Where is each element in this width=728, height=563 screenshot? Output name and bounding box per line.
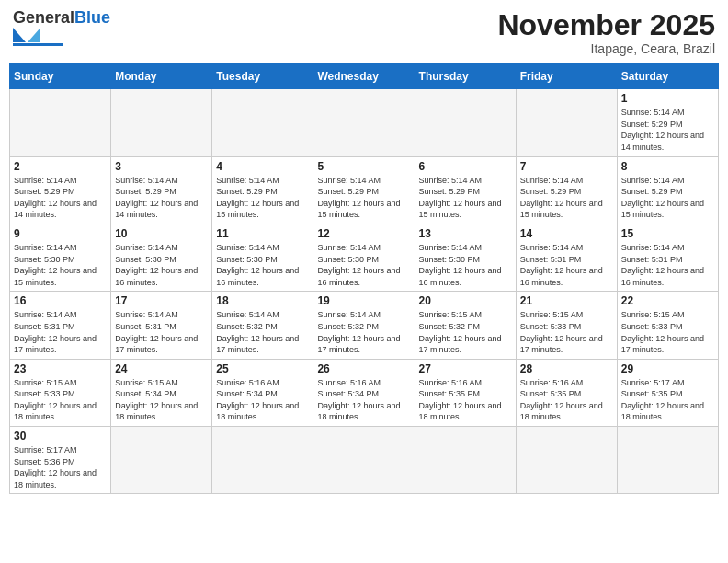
day-info: Sunrise: 5:14 AMSunset: 5:29 PMDaylight:…	[621, 175, 714, 221]
day-info: Sunrise: 5:15 AMSunset: 5:33 PMDaylight:…	[621, 309, 714, 355]
day-cell: 4Sunrise: 5:14 AMSunset: 5:29 PMDaylight…	[212, 156, 313, 224]
day-number: 18	[216, 294, 309, 307]
week-row-5: 23Sunrise: 5:15 AMSunset: 5:33 PMDayligh…	[10, 359, 719, 426]
day-cell	[415, 427, 516, 494]
day-info: Sunrise: 5:14 AMSunset: 5:30 PMDaylight:…	[216, 242, 309, 288]
day-number: 14	[520, 227, 613, 240]
calendar-body: 1Sunrise: 5:14 AMSunset: 5:29 PMDaylight…	[10, 89, 719, 494]
day-info: Sunrise: 5:15 AMSunset: 5:34 PMDaylight:…	[115, 377, 208, 423]
day-cell: 28Sunrise: 5:16 AMSunset: 5:35 PMDayligh…	[516, 359, 617, 426]
day-cell	[10, 89, 111, 156]
day-cell: 10Sunrise: 5:14 AMSunset: 5:30 PMDayligh…	[111, 224, 212, 291]
day-info: Sunrise: 5:14 AMSunset: 5:31 PMDaylight:…	[115, 309, 208, 355]
day-number: 30	[14, 430, 107, 442]
day-cell: 26Sunrise: 5:16 AMSunset: 5:34 PMDayligh…	[313, 359, 415, 426]
day-number: 16	[14, 294, 107, 307]
logo-text-blue: Blue	[74, 9, 110, 26]
day-info: Sunrise: 5:14 AMSunset: 5:32 PMDaylight:…	[216, 309, 309, 355]
day-cell	[313, 427, 415, 494]
day-number: 28	[520, 362, 613, 375]
day-info: Sunrise: 5:16 AMSunset: 5:35 PMDaylight:…	[520, 377, 613, 423]
day-info: Sunrise: 5:14 AMSunset: 5:29 PMDaylight:…	[419, 175, 512, 221]
day-number: 11	[216, 227, 309, 240]
day-number: 9	[14, 227, 107, 240]
day-info: Sunrise: 5:15 AMSunset: 5:33 PMDaylight:…	[520, 309, 613, 355]
day-info: Sunrise: 5:16 AMSunset: 5:34 PMDaylight:…	[317, 377, 410, 423]
day-cell: 3Sunrise: 5:14 AMSunset: 5:29 PMDaylight…	[111, 156, 212, 224]
location: Itapage, Ceara, Brazil	[497, 41, 715, 56]
day-number: 2	[14, 160, 107, 173]
day-info: Sunrise: 5:16 AMSunset: 5:35 PMDaylight:…	[419, 377, 512, 423]
header: General Blue November 2025 Itapage, Cear…	[9, 9, 719, 56]
weekday-header-tuesday: Tuesday	[212, 64, 313, 89]
day-info: Sunrise: 5:15 AMSunset: 5:33 PMDaylight:…	[14, 377, 107, 423]
day-cell	[617, 427, 718, 494]
day-info: Sunrise: 5:14 AMSunset: 5:30 PMDaylight:…	[317, 242, 410, 288]
day-cell	[111, 427, 212, 494]
day-number: 21	[520, 294, 613, 307]
day-number: 26	[317, 362, 410, 375]
day-number: 22	[621, 294, 714, 307]
day-info: Sunrise: 5:14 AMSunset: 5:29 PMDaylight:…	[216, 175, 309, 221]
day-cell	[516, 427, 617, 494]
day-cell	[516, 89, 617, 156]
day-cell: 19Sunrise: 5:14 AMSunset: 5:32 PMDayligh…	[313, 292, 415, 359]
day-info: Sunrise: 5:14 AMSunset: 5:31 PMDaylight:…	[520, 242, 613, 288]
day-cell: 12Sunrise: 5:14 AMSunset: 5:30 PMDayligh…	[313, 224, 415, 291]
day-info: Sunrise: 5:17 AMSunset: 5:35 PMDaylight:…	[621, 377, 714, 423]
logo-text-general: General	[13, 9, 74, 26]
week-row-6: 30Sunrise: 5:17 AMSunset: 5:36 PMDayligh…	[10, 427, 719, 494]
logo: General Blue	[13, 9, 110, 46]
day-cell: 15Sunrise: 5:14 AMSunset: 5:31 PMDayligh…	[617, 224, 718, 291]
day-cell: 21Sunrise: 5:15 AMSunset: 5:33 PMDayligh…	[516, 292, 617, 359]
day-cell: 6Sunrise: 5:14 AMSunset: 5:29 PMDaylight…	[415, 156, 516, 224]
day-cell: 23Sunrise: 5:15 AMSunset: 5:33 PMDayligh…	[10, 359, 111, 426]
day-number: 3	[115, 160, 208, 173]
day-cell: 7Sunrise: 5:14 AMSunset: 5:29 PMDaylight…	[516, 156, 617, 224]
day-number: 1	[621, 92, 714, 105]
weekday-header-thursday: Thursday	[415, 64, 516, 89]
day-cell: 18Sunrise: 5:14 AMSunset: 5:32 PMDayligh…	[212, 292, 313, 359]
day-info: Sunrise: 5:14 AMSunset: 5:29 PMDaylight:…	[317, 175, 410, 221]
day-number: 29	[621, 362, 714, 375]
day-cell: 11Sunrise: 5:14 AMSunset: 5:30 PMDayligh…	[212, 224, 313, 291]
day-number: 6	[419, 160, 512, 173]
day-info: Sunrise: 5:14 AMSunset: 5:29 PMDaylight:…	[115, 175, 208, 221]
weekday-header-monday: Monday	[111, 64, 212, 89]
day-cell: 5Sunrise: 5:14 AMSunset: 5:29 PMDaylight…	[313, 156, 415, 224]
day-number: 24	[115, 362, 208, 375]
day-info: Sunrise: 5:14 AMSunset: 5:31 PMDaylight:…	[621, 242, 714, 288]
day-cell: 22Sunrise: 5:15 AMSunset: 5:33 PMDayligh…	[617, 292, 718, 359]
week-row-4: 16Sunrise: 5:14 AMSunset: 5:31 PMDayligh…	[10, 292, 719, 359]
day-cell: 8Sunrise: 5:14 AMSunset: 5:29 PMDaylight…	[617, 156, 718, 224]
day-info: Sunrise: 5:14 AMSunset: 5:30 PMDaylight:…	[419, 242, 512, 288]
day-number: 10	[115, 227, 208, 240]
day-number: 4	[216, 160, 309, 173]
day-cell: 17Sunrise: 5:14 AMSunset: 5:31 PMDayligh…	[111, 292, 212, 359]
day-cell: 29Sunrise: 5:17 AMSunset: 5:35 PMDayligh…	[617, 359, 718, 426]
day-cell: 2Sunrise: 5:14 AMSunset: 5:29 PMDaylight…	[10, 156, 111, 224]
day-number: 23	[14, 362, 107, 375]
week-row-2: 2Sunrise: 5:14 AMSunset: 5:29 PMDaylight…	[10, 156, 719, 224]
week-row-1: 1Sunrise: 5:14 AMSunset: 5:29 PMDaylight…	[10, 89, 719, 156]
day-cell: 27Sunrise: 5:16 AMSunset: 5:35 PMDayligh…	[415, 359, 516, 426]
title-area: November 2025 Itapage, Ceara, Brazil	[497, 9, 715, 56]
day-cell	[313, 89, 415, 156]
day-cell: 9Sunrise: 5:14 AMSunset: 5:30 PMDaylight…	[10, 224, 111, 291]
weekday-header-wednesday: Wednesday	[313, 64, 415, 89]
weekday-header-friday: Friday	[516, 64, 617, 89]
day-number: 17	[115, 294, 208, 307]
month-title: November 2025	[497, 9, 715, 41]
day-info: Sunrise: 5:15 AMSunset: 5:32 PMDaylight:…	[419, 309, 512, 355]
day-cell: 14Sunrise: 5:14 AMSunset: 5:31 PMDayligh…	[516, 224, 617, 291]
day-cell: 24Sunrise: 5:15 AMSunset: 5:34 PMDayligh…	[111, 359, 212, 426]
logo-triangle-right	[28, 28, 40, 42]
day-cell	[111, 89, 212, 156]
day-info: Sunrise: 5:14 AMSunset: 5:32 PMDaylight:…	[317, 309, 410, 355]
calendar: SundayMondayTuesdayWednesdayThursdayFrid…	[9, 63, 719, 494]
day-number: 12	[317, 227, 410, 240]
day-info: Sunrise: 5:14 AMSunset: 5:31 PMDaylight:…	[14, 309, 107, 355]
week-row-3: 9Sunrise: 5:14 AMSunset: 5:30 PMDaylight…	[10, 224, 719, 291]
day-cell: 25Sunrise: 5:16 AMSunset: 5:34 PMDayligh…	[212, 359, 313, 426]
day-number: 25	[216, 362, 309, 375]
